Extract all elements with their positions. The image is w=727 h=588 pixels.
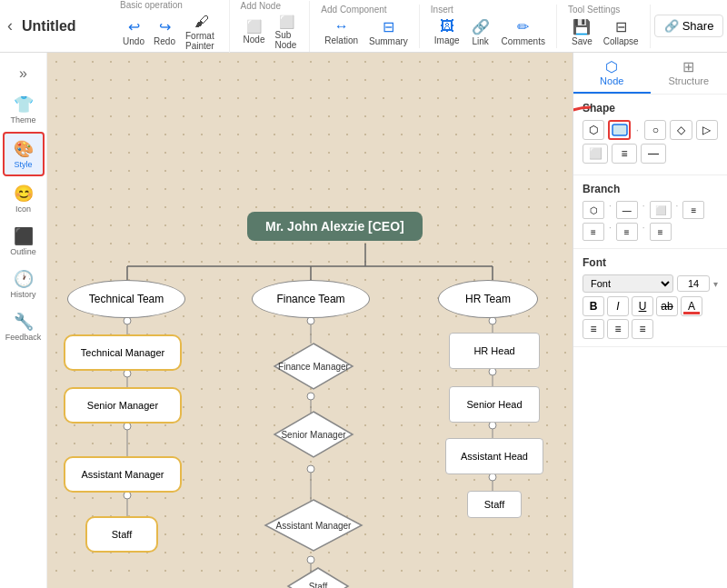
shape-hex[interactable]: ⬡ — [583, 120, 604, 140]
shape-lines[interactable]: ≡ — [612, 144, 637, 164]
toolbar-group-add-component: Add Component ↔Relation ⊟Summary — [314, 5, 420, 48]
branch-items-row2: ≡ · ≡ · ≡ — [583, 223, 718, 241]
icon-icon: 😊 — [14, 184, 34, 204]
sub-node-button[interactable]: ⬜Sub Node — [272, 13, 303, 52]
shape-rect-highlighted[interactable] — [608, 120, 631, 140]
branch-rect[interactable]: ⬜ — [650, 201, 672, 219]
branch-section: Branch ⬡ · — · ⬜ · ≡ ≡ · ≡ · ≡ — [573, 175, 727, 249]
font-align-right-btn[interactable]: ≡ — [632, 319, 653, 339]
hr-team-label: HR Team — [465, 293, 511, 305]
branch-line[interactable]: — — [616, 201, 638, 219]
technical-team-label: Technical Team — [89, 293, 164, 305]
shape-dashes[interactable]: — — [641, 144, 666, 164]
format-painter-button[interactable]: 🖌Format Painter — [182, 12, 222, 53]
tech-assistant-node[interactable]: Assistant Manager — [64, 456, 182, 493]
canvas[interactable]: Mr. John Alexzie [CEO] Technical Team Fi… — [47, 53, 573, 588]
branch-title: Branch — [583, 183, 718, 195]
comments-button[interactable]: ✏Comments — [498, 16, 549, 48]
font-align-center-btn[interactable]: ≡ — [607, 319, 629, 339]
shape-square-outline[interactable]: ⬜ — [583, 144, 608, 164]
finance-senior-node[interactable]: Senior Manager — [273, 410, 354, 460]
svg-text:Senior Manager: Senior Manager — [281, 430, 346, 440]
branch-item-6[interactable]: ≡ — [616, 223, 638, 241]
toolbar-group-insert: Insert 🖼Image 🔗Link ✏Comments — [423, 5, 557, 48]
tab-node[interactable]: ⬡ Node — [573, 53, 651, 94]
branch-hex[interactable]: ⬡ — [583, 201, 604, 219]
branch-item-7[interactable]: ≡ — [650, 223, 672, 241]
font-italic-btn[interactable]: I — [607, 296, 629, 316]
link-button[interactable]: 🔗Link — [467, 16, 494, 48]
shape-section: Shape ⬡ · ○ ◇ ▷ ⬜ ≡ — — [573, 95, 727, 175]
toolbar-group-basic: Basic operation ↩Undo ↪Redo 🖌Format Pain… — [113, 0, 230, 53]
font-align-left-btn[interactable]: ≡ — [583, 319, 604, 339]
ceo-node[interactable]: Mr. John Alexzie [CEO] — [247, 212, 423, 241]
structure-tab-icon: ⊞ — [652, 58, 726, 75]
nav-theme[interactable]: 👕 Theme — [3, 89, 45, 130]
save-button[interactable]: 💾Save — [568, 16, 596, 48]
svg-point-6 — [124, 317, 131, 324]
dept-hr-team[interactable]: HR Team — [438, 280, 538, 318]
font-bold-btn[interactable]: B — [583, 296, 604, 316]
font-family-select[interactable]: Font — [583, 274, 673, 293]
font-color-btn[interactable]: A — [681, 296, 702, 316]
nav-expand[interactable]: » — [3, 60, 45, 87]
tech-staff-node[interactable]: Staff — [85, 516, 158, 553]
add-node-label: Add Node — [241, 1, 281, 11]
summary-button[interactable]: ⊟Summary — [365, 16, 412, 48]
back-button[interactable]: ‹ — [7, 16, 13, 35]
font-size-arrow[interactable]: ▾ — [713, 279, 718, 289]
hr-staff-node[interactable]: Staff — [467, 491, 522, 518]
nav-history[interactable]: 🕐 History — [3, 264, 45, 304]
shape-row-1: ⬡ · ○ ◇ ▷ — [583, 120, 718, 140]
outline-icon: ⬛ — [14, 226, 34, 246]
node-button[interactable]: ⬜Node — [241, 17, 268, 46]
undo-button[interactable]: ↩Undo — [120, 16, 147, 48]
finance-assistant-node[interactable]: Assistant Manager — [264, 498, 364, 553]
ceo-label: Mr. John Alexzie [CEO] — [265, 219, 404, 234]
redo-button[interactable]: ↪Redo — [151, 16, 178, 48]
font-size-input[interactable] — [677, 275, 710, 292]
nav-icon[interactable]: 😊 Icon — [3, 178, 45, 219]
svg-text:Staff: Staff — [309, 582, 328, 588]
shape-diamond[interactable]: ◇ — [670, 120, 692, 140]
svg-point-24 — [489, 368, 496, 375]
font-style-row: B I U ab A — [583, 296, 718, 316]
relation-button[interactable]: ↔Relation — [321, 16, 362, 47]
nav-style[interactable]: 🎨 Style — [3, 132, 45, 176]
dept-finance-team[interactable]: Finance Team — [252, 280, 370, 318]
svg-point-14 — [307, 317, 314, 324]
insert-label: Insert — [431, 5, 453, 15]
image-button[interactable]: 🖼Image — [431, 16, 463, 47]
shape-separator: · — [634, 124, 641, 136]
hr-senior-node[interactable]: Senior Head — [449, 386, 540, 423]
hr-assistant-node[interactable]: Assistant Head — [445, 438, 543, 474]
feedback-icon: 🔧 — [14, 312, 34, 332]
branch-item-5[interactable]: ≡ — [583, 223, 604, 241]
font-underline-btn[interactable]: U — [632, 296, 653, 316]
branch-align[interactable]: ≡ — [682, 201, 704, 219]
left-nav: » 👕 Theme 🎨 Style 😊 Icon ⬛ Outline 🕐 His… — [0, 53, 47, 588]
nav-feedback[interactable]: 🔧 Feedback — [3, 306, 45, 347]
dept-technical-team[interactable]: Technical Team — [67, 280, 185, 318]
toolbar: ‹ Untitled Basic operation ↩Undo ↪Redo 🖌… — [0, 0, 727, 53]
svg-point-18 — [307, 465, 314, 473]
svg-point-26 — [489, 422, 496, 429]
finance-staff-node[interactable]: Staff — [286, 566, 350, 588]
shape-arrow[interactable]: ▷ — [696, 120, 718, 140]
font-strikethrough-btn[interactable]: ab — [656, 296, 678, 316]
tech-manager-node[interactable]: Technical Manager — [64, 334, 182, 371]
nav-outline[interactable]: ⬛ Outline — [3, 221, 45, 262]
collapse-button[interactable]: ⊟Collapse — [600, 16, 642, 48]
tech-senior-node[interactable]: Senior Manager — [64, 387, 182, 424]
tab-structure[interactable]: ⊞ Structure — [651, 53, 728, 94]
share-button[interactable]: 🔗 Share — [654, 15, 724, 37]
branch-items-row1: ⬡ · — · ⬜ · ≡ — [583, 201, 718, 219]
history-icon: 🕐 — [14, 269, 34, 289]
toolbar-group-add-node: Add Node ⬜Node ⬜Sub Node — [234, 1, 311, 52]
right-panel: ⬡ Node ⊞ Structure Shape ⬡ · ○ ◇ ▷ — [573, 53, 727, 588]
shape-circle[interactable]: ○ — [644, 120, 666, 140]
finance-team-label: Finance Team — [276, 293, 344, 305]
finance-manager-node[interactable]: Finance Manager — [273, 342, 354, 392]
hr-head-node[interactable]: HR Head — [449, 333, 540, 369]
svg-point-28 — [489, 473, 496, 481]
